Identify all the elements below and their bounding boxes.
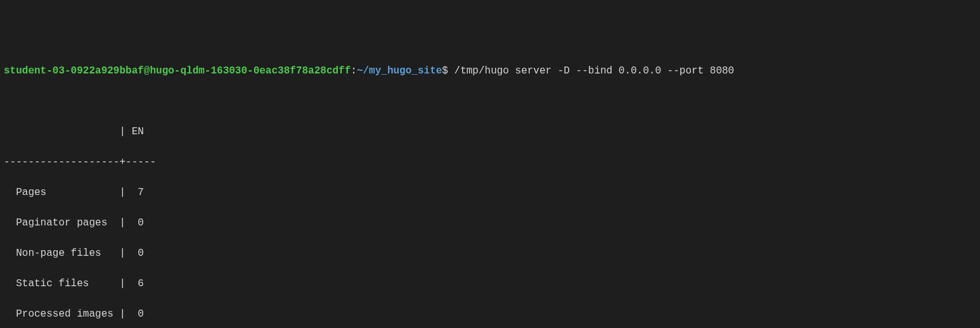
prompt-colon: : bbox=[351, 65, 357, 77]
table-header: | EN bbox=[4, 124, 976, 139]
table-row: Static files | 6 bbox=[4, 276, 976, 291]
prompt-path: ~/my_hugo_site bbox=[357, 65, 442, 77]
table-row: Non-page files | 0 bbox=[4, 246, 976, 261]
prompt-dollar: $ bbox=[442, 65, 448, 77]
table-row: Pages | 7 bbox=[4, 185, 976, 200]
table-row: Processed images | 0 bbox=[4, 306, 976, 322]
prompt-line[interactable]: student-03-0922a929bbaf@hugo-qldm-163030… bbox=[4, 63, 976, 79]
table-row: Paginator pages | 0 bbox=[4, 215, 976, 230]
blank-line bbox=[4, 94, 976, 109]
prompt-user-host: student-03-0922a929bbaf@hugo-qldm-163030… bbox=[4, 65, 351, 77]
table-separator: -------------------+----- bbox=[4, 155, 976, 170]
command-text: /tmp/hugo server -D --bind 0.0.0.0 --por… bbox=[448, 65, 734, 77]
